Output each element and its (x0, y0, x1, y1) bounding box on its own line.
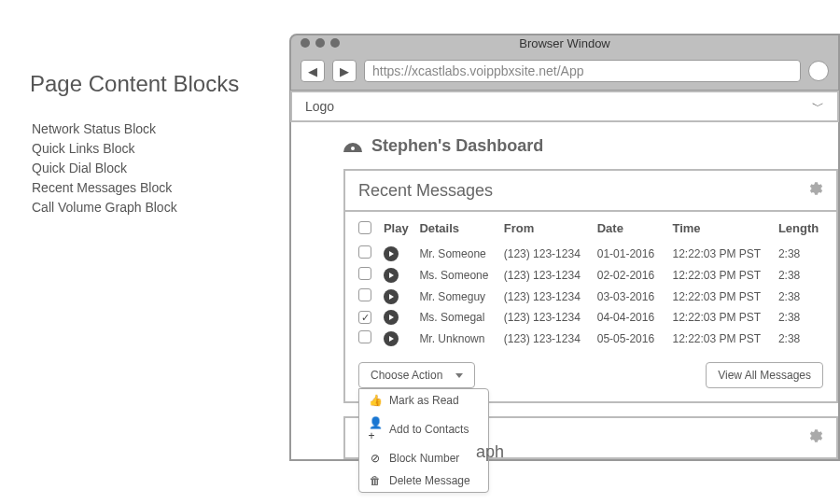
cell-details: Ms. Somegal (419, 311, 503, 324)
dashboard-header: Stephen's Dashboard (343, 136, 838, 156)
table-row: Mr. Someguy(123) 123-123403-03-201612:22… (358, 286, 823, 307)
caret-down-icon (455, 373, 463, 378)
row-checkbox[interactable] (358, 267, 371, 280)
url-bar[interactable]: https://xcastlabs.voippbxsite.net/App (364, 60, 801, 82)
cell-time: 12:22:03 PM PST (672, 269, 777, 282)
cell-time: 12:22:03 PM PST (672, 247, 777, 260)
action-dropdown: 👍Mark as Read👤+Add to Contacts⊘Block Num… (358, 388, 489, 493)
logo-bar[interactable]: Logo ﹀ (290, 91, 839, 122)
dropdown-item[interactable]: 🗑Delete Message (359, 469, 488, 492)
browser-toolbar: ◀ ▶ https://xcastlabs.voippbxsite.net/Ap… (291, 52, 838, 90)
play-button[interactable] (384, 310, 399, 325)
list-item: Quick Dial Block (32, 159, 177, 178)
dropdown-item-label: Mark as Read (389, 394, 459, 407)
list-item: Quick Links Block (32, 139, 177, 159)
row-checkbox[interactable] (358, 288, 371, 301)
cell-length: 2:38 (778, 247, 823, 260)
list-item: Network Status Block (32, 119, 177, 139)
gear-icon[interactable] (806, 427, 823, 448)
table-header: Play Details From Date Time Length (358, 221, 823, 243)
gear-icon[interactable] (806, 180, 823, 201)
dropdown-item-label: Add to Contacts (389, 423, 469, 436)
dropdown-item-label: Block Number (389, 452, 459, 465)
cell-length: 2:38 (778, 332, 823, 345)
dropdown-item[interactable]: 👤+Add to Contacts (359, 412, 488, 447)
col-details: Details (419, 221, 503, 237)
row-checkbox[interactable] (358, 245, 371, 259)
dashboard-title: Stephen's Dashboard (371, 136, 543, 156)
recent-messages-card: Recent Messages Play Details From Date (343, 169, 838, 403)
card-title-fragment: aph (476, 442, 504, 462)
block-list: Network Status BlockQuick Links BlockQui… (32, 119, 177, 217)
block-icon: ⊘ (369, 452, 382, 465)
table-row: Ms. Someone(123) 123-123402-02-201612:22… (358, 264, 823, 286)
view-all-messages-button[interactable]: View All Messages (706, 362, 823, 388)
row-checkbox[interactable]: ✓ (358, 311, 371, 324)
trash-icon: 🗑 (369, 474, 382, 487)
col-date: Date (597, 221, 673, 237)
cell-date: 05-05-2016 (597, 332, 673, 345)
messages-table: Play Details From Date Time Length Mr. S… (345, 212, 836, 349)
cell-date: 01-01-2016 (597, 247, 673, 260)
dropdown-item-label: Delete Message (389, 474, 470, 487)
list-item: Recent Messages Block (32, 178, 177, 198)
zoom-dot[interactable] (330, 38, 340, 48)
cell-from: (123) 123-1234 (504, 269, 597, 282)
cell-length: 2:38 (778, 290, 823, 303)
dropdown-item[interactable]: 👍Mark as Read (359, 389, 488, 412)
browser-window: Browser Window ◀ ▶ https://xcastlabs.voi… (289, 34, 840, 461)
table-row: ✓Ms. Somegal(123) 123-123404-04-201612:2… (358, 307, 823, 328)
play-button[interactable] (384, 289, 399, 304)
cell-from: (123) 123-1234 (504, 247, 597, 260)
add-contact-icon: 👤+ (369, 416, 382, 442)
dropdown-item[interactable]: ⊘Block Number (359, 447, 488, 469)
button-label: View All Messages (718, 369, 811, 382)
col-length: Length (778, 221, 823, 237)
row-checkbox[interactable] (358, 330, 371, 343)
card-title: Recent Messages (358, 181, 493, 201)
window-title: Browser Window (291, 35, 838, 52)
cell-from: (123) 123-1234 (504, 332, 597, 345)
reload-button[interactable] (808, 61, 829, 81)
page-title: Page Content Blocks (30, 71, 239, 97)
list-item: Call Volume Graph Block (32, 198, 177, 217)
cell-from: (123) 123-1234 (504, 311, 597, 324)
play-button[interactable] (384, 331, 399, 346)
window-titlebar: Browser Window (291, 35, 838, 52)
cell-date: 04-04-2016 (597, 311, 673, 324)
cell-length: 2:38 (778, 311, 823, 324)
table-row: Mr. Unknown(123) 123-123405-05-201612:22… (358, 328, 823, 349)
cell-details: Ms. Someone (419, 269, 503, 282)
logo-label: Logo (305, 99, 334, 114)
thumb-up-icon: 👍 (369, 394, 382, 407)
close-dot[interactable] (301, 38, 310, 48)
cell-time: 12:22:03 PM PST (672, 290, 777, 303)
cell-date: 03-03-2016 (597, 290, 673, 303)
play-button[interactable] (384, 246, 399, 261)
cell-details: Mr. Someguy (419, 290, 503, 303)
back-button[interactable]: ◀ (301, 60, 325, 82)
cell-from: (123) 123-1234 (504, 290, 597, 303)
minimize-dot[interactable] (315, 38, 325, 48)
play-button[interactable] (384, 268, 399, 283)
cell-length: 2:38 (778, 269, 823, 282)
traffic-lights (301, 38, 340, 48)
table-row: Mr. Someone(123) 123-123401-01-201612:22… (358, 243, 823, 264)
col-from: From (504, 221, 597, 237)
gauge-icon (343, 139, 362, 154)
chevron-down-icon: ﹀ (812, 98, 824, 115)
col-time: Time (672, 221, 777, 237)
cell-date: 02-02-2016 (597, 269, 673, 282)
choose-action-select[interactable]: Choose Action (358, 362, 475, 388)
cell-time: 12:22:03 PM PST (672, 332, 777, 345)
select-label: Choose Action (371, 369, 442, 382)
cell-details: Mr. Unknown (419, 332, 503, 345)
cell-details: Mr. Someone (419, 247, 503, 260)
select-all-checkbox[interactable] (358, 221, 371, 234)
col-play: Play (384, 221, 419, 237)
forward-button[interactable]: ▶ (332, 60, 357, 82)
cell-time: 12:22:03 PM PST (672, 311, 777, 324)
